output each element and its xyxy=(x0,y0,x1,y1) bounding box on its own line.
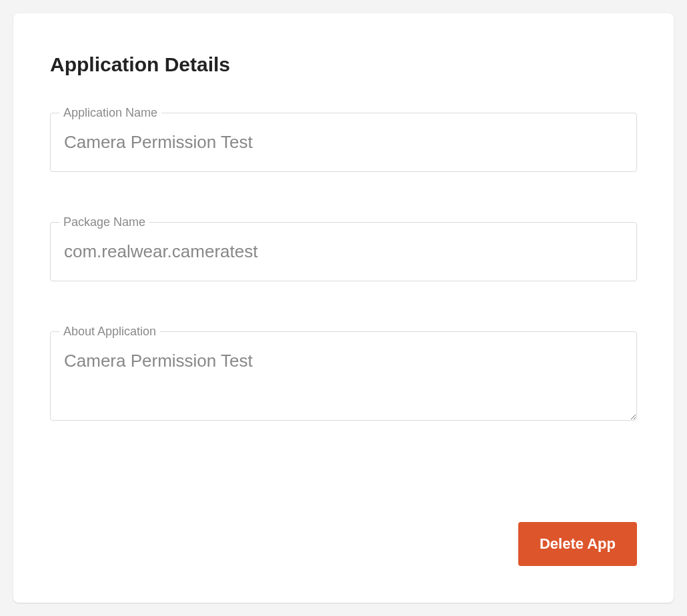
about-label: About Application xyxy=(59,325,160,339)
app-details-card: Application Details Application Name Pac… xyxy=(13,13,674,603)
package-name-label: Package Name xyxy=(59,215,149,229)
app-name-input[interactable] xyxy=(50,113,637,172)
button-row: Delete App xyxy=(518,522,637,566)
package-name-input[interactable] xyxy=(50,222,637,281)
delete-app-button[interactable]: Delete App xyxy=(518,522,637,566)
page-title: Application Details xyxy=(50,53,637,76)
package-name-field: Package Name xyxy=(50,222,637,281)
about-field: About Application xyxy=(50,331,637,423)
app-name-label: Application Name xyxy=(59,106,161,120)
app-name-field: Application Name xyxy=(50,113,637,172)
about-textarea[interactable] xyxy=(50,331,637,421)
